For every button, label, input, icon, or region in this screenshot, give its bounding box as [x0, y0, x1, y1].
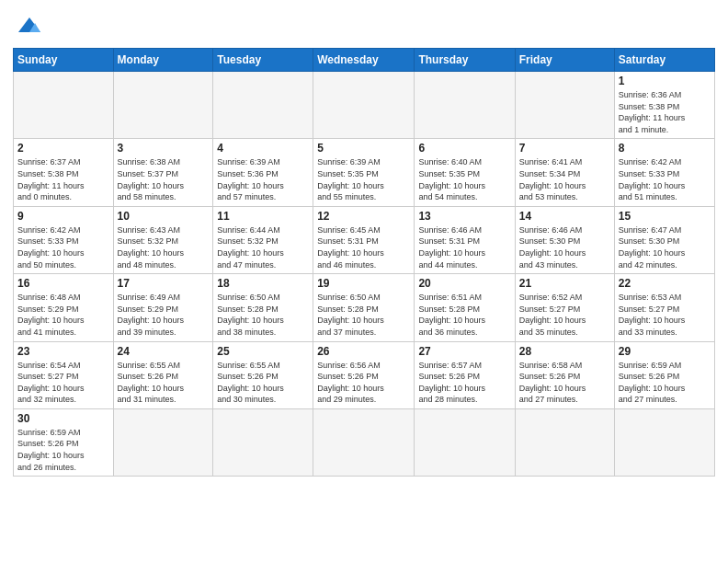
- logo-icon: [15, 13, 44, 39]
- day-info: Sunrise: 6:43 AM Sunset: 5:32 PM Dayligh…: [118, 224, 210, 270]
- day-number: 22: [619, 277, 711, 290]
- logo: [13, 13, 44, 42]
- day-info: Sunrise: 6:59 AM Sunset: 5:26 PM Dayligh…: [17, 427, 109, 473]
- day-number: 27: [418, 345, 510, 358]
- day-cell: 8Sunrise: 6:42 AM Sunset: 5:33 PM Daylig…: [614, 139, 714, 206]
- header: [13, 9, 715, 42]
- day-cell: [313, 72, 415, 139]
- day-cell: 4Sunrise: 6:39 AM Sunset: 5:36 PM Daylig…: [213, 139, 313, 206]
- day-number: 21: [519, 277, 610, 290]
- day-number: 3: [118, 142, 210, 155]
- day-number: 2: [17, 142, 109, 155]
- day-info: Sunrise: 6:39 AM Sunset: 5:36 PM Dayligh…: [217, 156, 309, 202]
- day-number: 19: [317, 277, 410, 290]
- week-row-4: 16Sunrise: 6:48 AM Sunset: 5:29 PM Dayli…: [14, 274, 715, 341]
- day-number: 14: [519, 210, 610, 223]
- day-info: Sunrise: 6:45 AM Sunset: 5:31 PM Dayligh…: [317, 224, 410, 270]
- day-cell: [415, 72, 515, 139]
- day-number: 25: [217, 345, 309, 358]
- day-info: Sunrise: 6:41 AM Sunset: 5:34 PM Dayligh…: [519, 156, 610, 202]
- day-cell: 12Sunrise: 6:45 AM Sunset: 5:31 PM Dayli…: [313, 206, 415, 273]
- day-cell: 17Sunrise: 6:49 AM Sunset: 5:29 PM Dayli…: [113, 274, 213, 341]
- week-row-3: 9Sunrise: 6:42 AM Sunset: 5:33 PM Daylig…: [14, 206, 715, 273]
- day-info: Sunrise: 6:52 AM Sunset: 5:27 PM Dayligh…: [519, 292, 610, 338]
- day-info: Sunrise: 6:50 AM Sunset: 5:28 PM Dayligh…: [317, 292, 410, 338]
- week-row-5: 23Sunrise: 6:54 AM Sunset: 5:27 PM Dayli…: [14, 341, 715, 408]
- page: SundayMondayTuesdayWednesdayThursdayFrid…: [0, 0, 728, 563]
- day-number: 9: [17, 210, 109, 223]
- week-row-2: 2Sunrise: 6:37 AM Sunset: 5:38 PM Daylig…: [14, 139, 715, 206]
- day-cell: 18Sunrise: 6:50 AM Sunset: 5:28 PM Dayli…: [213, 274, 313, 341]
- day-cell: 3Sunrise: 6:38 AM Sunset: 5:37 PM Daylig…: [113, 139, 213, 206]
- day-cell: 22Sunrise: 6:53 AM Sunset: 5:27 PM Dayli…: [614, 274, 714, 341]
- day-number: 13: [418, 210, 510, 223]
- day-info: Sunrise: 6:40 AM Sunset: 5:35 PM Dayligh…: [418, 156, 510, 202]
- day-cell: 13Sunrise: 6:46 AM Sunset: 5:31 PM Dayli…: [415, 206, 515, 273]
- day-info: Sunrise: 6:56 AM Sunset: 5:26 PM Dayligh…: [317, 360, 410, 406]
- day-number: 15: [619, 210, 711, 223]
- day-cell: [415, 408, 515, 476]
- day-number: 24: [118, 345, 210, 358]
- day-cell: 30Sunrise: 6:59 AM Sunset: 5:26 PM Dayli…: [14, 408, 114, 476]
- day-cell: 6Sunrise: 6:40 AM Sunset: 5:35 PM Daylig…: [415, 139, 515, 206]
- day-info: Sunrise: 6:55 AM Sunset: 5:26 PM Dayligh…: [118, 360, 210, 406]
- day-info: Sunrise: 6:48 AM Sunset: 5:29 PM Dayligh…: [17, 292, 109, 338]
- day-cell: 21Sunrise: 6:52 AM Sunset: 5:27 PM Dayli…: [515, 274, 614, 341]
- day-cell: 1Sunrise: 6:36 AM Sunset: 5:38 PM Daylig…: [614, 72, 714, 139]
- day-cell: 15Sunrise: 6:47 AM Sunset: 5:30 PM Dayli…: [614, 206, 714, 273]
- day-number: 4: [217, 142, 309, 155]
- day-cell: [113, 72, 213, 139]
- day-cell: 24Sunrise: 6:55 AM Sunset: 5:26 PM Dayli…: [113, 341, 213, 408]
- day-cell: 11Sunrise: 6:44 AM Sunset: 5:32 PM Dayli…: [213, 206, 313, 273]
- day-info: Sunrise: 6:42 AM Sunset: 5:33 PM Dayligh…: [17, 224, 109, 270]
- day-info: Sunrise: 6:44 AM Sunset: 5:32 PM Dayligh…: [217, 224, 309, 270]
- day-cell: [213, 72, 313, 139]
- day-number: 5: [317, 142, 410, 155]
- weekday-monday: Monday: [113, 49, 213, 72]
- day-cell: 28Sunrise: 6:58 AM Sunset: 5:26 PM Dayli…: [515, 341, 614, 408]
- day-cell: [14, 72, 114, 139]
- day-info: Sunrise: 6:49 AM Sunset: 5:29 PM Dayligh…: [118, 292, 210, 338]
- day-info: Sunrise: 6:54 AM Sunset: 5:27 PM Dayligh…: [17, 360, 109, 406]
- day-info: Sunrise: 6:46 AM Sunset: 5:31 PM Dayligh…: [418, 224, 510, 270]
- day-number: 11: [217, 210, 309, 223]
- day-number: 23: [17, 345, 109, 358]
- day-cell: 27Sunrise: 6:57 AM Sunset: 5:26 PM Dayli…: [415, 341, 515, 408]
- day-info: Sunrise: 6:50 AM Sunset: 5:28 PM Dayligh…: [217, 292, 309, 338]
- day-info: Sunrise: 6:53 AM Sunset: 5:27 PM Dayligh…: [619, 292, 711, 338]
- day-number: 12: [317, 210, 410, 223]
- day-cell: 19Sunrise: 6:50 AM Sunset: 5:28 PM Dayli…: [313, 274, 415, 341]
- week-row-1: 1Sunrise: 6:36 AM Sunset: 5:38 PM Daylig…: [14, 72, 715, 139]
- day-number: 1: [619, 75, 711, 87]
- day-cell: 9Sunrise: 6:42 AM Sunset: 5:33 PM Daylig…: [14, 206, 114, 273]
- calendar: SundayMondayTuesdayWednesdayThursdayFrid…: [13, 48, 715, 477]
- day-number: 6: [418, 142, 510, 155]
- day-cell: 5Sunrise: 6:39 AM Sunset: 5:35 PM Daylig…: [313, 139, 415, 206]
- day-info: Sunrise: 6:58 AM Sunset: 5:26 PM Dayligh…: [519, 360, 610, 406]
- weekday-thursday: Thursday: [415, 49, 515, 72]
- weekday-saturday: Saturday: [614, 49, 714, 72]
- day-info: Sunrise: 6:59 AM Sunset: 5:26 PM Dayligh…: [619, 360, 711, 406]
- day-cell: 10Sunrise: 6:43 AM Sunset: 5:32 PM Dayli…: [113, 206, 213, 273]
- day-number: 8: [619, 142, 711, 155]
- day-cell: 25Sunrise: 6:55 AM Sunset: 5:26 PM Dayli…: [213, 341, 313, 408]
- day-cell: [515, 408, 614, 476]
- day-info: Sunrise: 6:38 AM Sunset: 5:37 PM Dayligh…: [118, 156, 210, 202]
- weekday-tuesday: Tuesday: [213, 49, 313, 72]
- day-number: 28: [519, 345, 610, 358]
- day-cell: [113, 408, 213, 476]
- day-cell: 26Sunrise: 6:56 AM Sunset: 5:26 PM Dayli…: [313, 341, 415, 408]
- day-info: Sunrise: 6:36 AM Sunset: 5:38 PM Dayligh…: [619, 89, 711, 135]
- weekday-sunday: Sunday: [14, 49, 114, 72]
- day-cell: [313, 408, 415, 476]
- day-info: Sunrise: 6:42 AM Sunset: 5:33 PM Dayligh…: [619, 156, 711, 202]
- weekday-wednesday: Wednesday: [313, 49, 415, 72]
- day-number: 17: [118, 277, 210, 290]
- day-cell: [515, 72, 614, 139]
- day-cell: [614, 408, 714, 476]
- day-info: Sunrise: 6:39 AM Sunset: 5:35 PM Dayligh…: [317, 156, 410, 202]
- weekday-friday: Friday: [515, 49, 614, 72]
- day-cell: [213, 408, 313, 476]
- day-number: 18: [217, 277, 309, 290]
- day-info: Sunrise: 6:51 AM Sunset: 5:28 PM Dayligh…: [418, 292, 510, 338]
